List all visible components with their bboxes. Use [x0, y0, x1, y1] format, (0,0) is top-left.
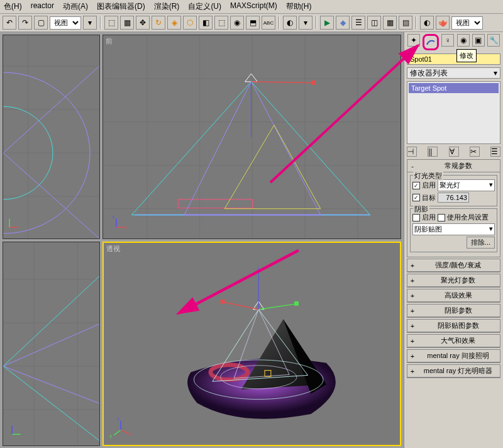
svg-line-59 [121, 430, 129, 434]
svg-line-8 [3, 153, 99, 238]
modify-tooltip: 修改 [456, 49, 477, 62]
rollout-collapsed: +大气和效果 [407, 334, 500, 348]
svg-line-42 [3, 366, 99, 440]
snap-button[interactable]: ⬚ [214, 16, 228, 30]
redo-button[interactable]: ↷ [18, 16, 32, 30]
plus-icon: + [409, 292, 416, 300]
utilities-tab[interactable]: 🔧 [487, 34, 500, 47]
abc-button[interactable]: ABC [262, 16, 275, 30]
menu-item[interactable]: 动画(A) [63, 1, 88, 12]
svg-line-41 [3, 366, 99, 403]
rollout-collapsed: +高级效果 [407, 289, 500, 303]
tool-button[interactable]: ▶ [320, 16, 334, 30]
undo-button[interactable]: ↶ [3, 16, 16, 30]
svg-text:y: y [109, 434, 112, 439]
rollout-collapsed: +阴影贴图参数 [407, 319, 500, 333]
align-button[interactable]: ▾ [299, 16, 312, 30]
exclude-button[interactable]: 排除... [467, 237, 495, 249]
tool-button[interactable]: ▦ [120, 16, 134, 30]
rollout-header[interactable]: +强度/颜色/衰减 [407, 259, 500, 272]
svg-line-39 [3, 276, 99, 366]
rollout-header[interactable]: +聚光灯参数 [407, 274, 500, 287]
view-select[interactable]: 视图 [50, 16, 81, 30]
plus-icon: + [409, 322, 416, 330]
svg-line-40 [3, 324, 99, 366]
view-select-2[interactable]: 视图 [451, 16, 483, 30]
tool-button[interactable]: ◫ [367, 16, 381, 30]
rollout-header[interactable]: +阴影参数 [407, 305, 500, 317]
tool-button[interactable]: ◆ [336, 16, 350, 30]
svg-line-66 [270, 45, 418, 182]
shadow-enable-label: 启用 [422, 213, 436, 222]
tool-button[interactable]: ▤ [399, 16, 412, 30]
rotate-button[interactable]: ↻ [152, 16, 165, 30]
stack-button[interactable]: ✂ [470, 147, 480, 157]
tool-button[interactable]: ▾ [83, 16, 97, 30]
shadow-enable-checkbox[interactable] [412, 214, 420, 221]
group-label: 阴影 [413, 204, 429, 214]
link-button[interactable]: ▢ [34, 16, 48, 30]
svg-rect-21 [178, 199, 252, 208]
stack-button[interactable]: ∀ [449, 147, 459, 157]
menu-item[interactable]: MAXScript(M) [230, 1, 277, 12]
tool-button[interactable]: ◧ [199, 16, 213, 30]
svg-text:x: x [126, 225, 129, 230]
tool-button[interactable]: ⬡ [183, 16, 197, 30]
rollout-header[interactable]: +mental ray 灯光明暗器 [407, 365, 500, 378]
rollout-collapsed: +强度/颜色/衰减 [407, 259, 500, 272]
scale-button[interactable]: ◈ [167, 16, 181, 30]
viewport-label: 前 [106, 36, 113, 46]
svg-text:x: x [130, 432, 133, 437]
move-button[interactable]: ✥ [136, 16, 150, 30]
svg-text:z: z [113, 215, 115, 219]
snap-button[interactable]: ⬒ [246, 16, 260, 30]
plus-icon: + [409, 277, 416, 284]
menu-item[interactable]: reactor [31, 1, 54, 12]
rollout-header[interactable]: +阴影贴图参数 [407, 320, 500, 332]
menubar: 色(H) reactor 动画(A) 图表编辑器(D) 渲染(R) 自定义(U)… [0, 0, 503, 14]
shadow-type-select[interactable]: 阴影贴图▾ [412, 223, 495, 235]
plus-icon: + [409, 367, 416, 375]
rollout-collapsed: +mental ray 间接照明 [407, 349, 500, 363]
global-label: 使用全局设置 [447, 213, 489, 222]
annotation-arrow [170, 245, 308, 321]
light-type-select[interactable]: 聚光灯▾ [438, 179, 495, 191]
render-button[interactable]: 🫖 [436, 16, 450, 30]
viewport-left[interactable] [3, 242, 100, 446]
viewport-top[interactable] [3, 35, 100, 239]
material-editor-button[interactable]: ◐ [420, 16, 434, 30]
svg-line-70 [181, 250, 299, 312]
menu-item[interactable]: 帮助(H) [286, 1, 312, 12]
hierarchy-tab[interactable]: ♀ [441, 34, 454, 47]
snap-button[interactable]: ◉ [230, 16, 244, 30]
rollout-collapsed: +聚光灯参数 [407, 274, 500, 288]
svg-marker-71 [177, 303, 190, 315]
stack-button[interactable]: ☰ [490, 147, 500, 157]
plus-icon: + [409, 337, 416, 345]
mirror-button[interactable]: ◐ [283, 16, 297, 30]
menu-item[interactable]: 渲染(R) [154, 1, 180, 12]
rollout-header[interactable]: +高级效果 [407, 289, 500, 302]
select-button[interactable]: ⬚ [104, 16, 118, 30]
motion-tab[interactable]: ◉ [457, 34, 470, 47]
rollout-header[interactable]: +大气和效果 [407, 335, 500, 347]
svg-text:z: z [117, 417, 119, 421]
chevron-down-icon: ▾ [494, 69, 497, 77]
target-distance-value: 76.143 [438, 193, 469, 203]
tool-button[interactable]: ▦ [383, 16, 397, 30]
display-tab[interactable]: ▣ [472, 34, 485, 47]
plus-icon: + [409, 352, 416, 360]
stack-button[interactable]: || [428, 147, 438, 157]
svg-line-61 [114, 430, 121, 435]
rollout-header[interactable]: +mental ray 间接照明 [407, 350, 500, 362]
viewport-label: 透视 [106, 244, 120, 254]
rollout-collapsed: +阴影参数 [407, 304, 500, 318]
plus-icon: + [409, 307, 416, 315]
global-checkbox[interactable] [438, 214, 445, 221]
menu-item[interactable]: 自定义(U) [188, 1, 221, 12]
menu-item[interactable]: 图表编辑器(D) [97, 1, 145, 12]
annotation-arrow [252, 38, 428, 195]
layer-button[interactable]: ☰ [351, 16, 365, 30]
main-toolbar: ↶ ↷ ▢ 视图 ▾ ⬚ ▦ ✥ ↻ ◈ ⬡ ◧ ⬚ ◉ ⬒ ABC ◐ ▾ ▶… [0, 14, 503, 32]
menu-item[interactable]: 色(H) [4, 1, 22, 12]
